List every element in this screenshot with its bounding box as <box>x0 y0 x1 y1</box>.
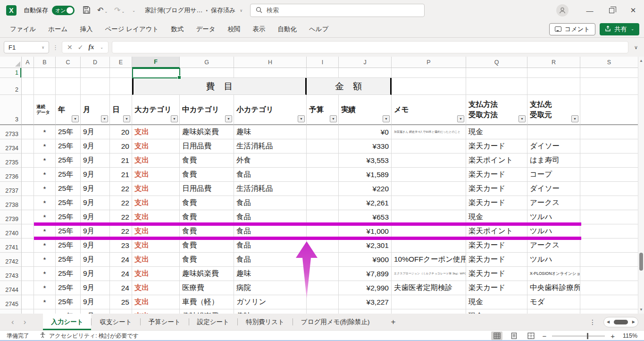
cell-series-flag[interactable]: * <box>34 267 56 281</box>
cell-empty[interactable] <box>22 78 34 95</box>
vertical-scrollbar[interactable]: ▲ ▼ <box>638 57 644 314</box>
cell-payee[interactable] <box>527 309 580 314</box>
customize-toolbar-icon[interactable]: ⌄ <box>132 9 135 13</box>
cell-mid[interactable]: 趣味娯楽費 <box>180 309 234 314</box>
cell-major[interactable]: 支出 <box>132 281 180 295</box>
cell-pay[interactable]: 楽天カード <box>466 267 527 281</box>
filter-dropdown-icon[interactable]: ▼ <box>123 115 130 122</box>
cell-day[interactable]: 20 <box>110 139 132 153</box>
sheet-tab-ブログ用メモ(削除禁止)[interactable]: ブログ用メモ(削除禁止) <box>293 314 378 330</box>
cell-major[interactable]: 支出 <box>132 253 180 267</box>
undo-icon[interactable]: ↶⌄ <box>97 7 108 14</box>
cell-empty[interactable] <box>22 68 34 78</box>
ribbon-tab-校閲[interactable]: 校閲 <box>222 25 247 34</box>
cell-major[interactable]: 支出 <box>132 196 180 210</box>
header-payment-method[interactable]: 支払方法 受取方法 ▼ <box>466 95 527 125</box>
cell-memo[interactable] <box>392 239 466 253</box>
cell-empty[interactable] <box>580 95 638 125</box>
cell-actual[interactable]: ¥330 <box>339 139 392 153</box>
cell-actual[interactable]: ¥220 <box>339 182 392 196</box>
cell-series-flag[interactable]: * <box>34 295 56 309</box>
cell-empty[interactable] <box>234 68 307 78</box>
cell-empty[interactable] <box>527 68 580 78</box>
cell-year[interactable]: 25年 <box>56 125 81 139</box>
cell-actual[interactable]: ¥2,990 <box>339 281 392 295</box>
cell-payee[interactable]: ツルハ <box>527 253 580 267</box>
sheet-nav-next-icon[interactable]: › <box>19 317 31 327</box>
cell-memo[interactable] <box>392 182 466 196</box>
close-button[interactable]: ✕ <box>622 0 644 21</box>
cell-day[interactable]: 21 <box>110 168 132 182</box>
ribbon-tab-ホーム[interactable]: ホーム <box>42 25 74 34</box>
cell-budget[interactable] <box>307 309 339 314</box>
page-break-view-icon[interactable] <box>525 332 536 340</box>
cell-minor[interactable]: 生活消耗品 <box>234 182 307 196</box>
column-header-J[interactable]: J <box>339 57 392 68</box>
cell-empty[interactable] <box>580 210 638 224</box>
cell-empty[interactable] <box>392 68 466 78</box>
document-title[interactable]: 家計簿(ブログ用サ… • 保存済み ∨ <box>145 6 243 15</box>
page-layout-view-icon[interactable] <box>508 332 519 340</box>
row-header[interactable]: 2733 <box>0 125 22 139</box>
header-renzoku-data[interactable]: 連続 データ <box>34 95 56 125</box>
cell-memo[interactable] <box>392 196 466 210</box>
cell-empty[interactable] <box>580 239 638 253</box>
cell-month[interactable]: 9月 <box>81 239 110 253</box>
filter-dropdown-icon[interactable]: ▼ <box>330 115 337 122</box>
row-header[interactable]: 3 <box>0 95 22 125</box>
cell-minor[interactable]: 食品 <box>234 196 307 210</box>
header-mid-category[interactable]: 中カテゴリ▼ <box>180 95 234 125</box>
cell-memo[interactable]: 夫歯医者定期検診 <box>392 281 466 295</box>
header-budget[interactable]: 予算▼ <box>307 95 339 125</box>
cell-month[interactable]: 9月 <box>81 153 110 168</box>
cell-actual[interactable]: ¥2,261 <box>339 196 392 210</box>
cell-month[interactable]: 9月 <box>81 281 110 295</box>
saved-status-chevron-icon[interactable]: ∨ <box>240 9 243 13</box>
row-header[interactable]: 2738 <box>0 196 22 210</box>
cell-month[interactable]: 9月 <box>81 196 110 210</box>
cell-major[interactable]: 支出 <box>132 295 180 309</box>
cell-empty[interactable] <box>180 68 234 78</box>
cell-actual[interactable]: ¥1,589 <box>339 168 392 182</box>
ribbon-tab-データ[interactable]: データ <box>190 25 221 34</box>
cell-day[interactable]: 20 <box>110 125 132 139</box>
sheet-tab-予算シート[interactable]: 予算シート <box>141 314 189 330</box>
row-header[interactable]: 2745 <box>0 295 22 309</box>
cell-pay[interactable]: 楽天カード <box>466 168 527 182</box>
cell-empty[interactable] <box>527 78 580 95</box>
cell-pay[interactable]: 現金 <box>466 309 527 314</box>
cell-memo[interactable] <box>392 168 466 182</box>
cell-mid[interactable]: 車費（軽） <box>180 295 234 309</box>
filter-dropdown-icon[interactable]: ▼ <box>101 115 108 122</box>
cell-series-flag[interactable]: * <box>34 125 56 139</box>
scroll-up-icon[interactable]: ▲ <box>638 59 644 63</box>
cell-empty[interactable] <box>56 78 81 95</box>
cell-empty[interactable] <box>580 78 638 95</box>
cell-empty[interactable] <box>580 196 638 210</box>
comments-button[interactable]: コメント <box>549 23 595 35</box>
confirm-entry-icon[interactable]: ✓ <box>78 43 84 51</box>
normal-view-icon[interactable] <box>491 332 502 340</box>
cell-day[interactable]: 22 <box>110 196 132 210</box>
scroll-right-icon[interactable]: ▶ <box>632 320 635 324</box>
cell-memo[interactable] <box>392 153 466 168</box>
cell-year[interactable]: 25年 <box>56 153 81 168</box>
cell-empty[interactable] <box>22 125 34 139</box>
insert-function-icon[interactable]: fx <box>88 43 94 51</box>
cell-series-flag[interactable]: * <box>34 309 56 314</box>
cell-year[interactable]: 25年 <box>56 139 81 153</box>
cell-series-flag[interactable]: * <box>34 153 56 168</box>
cell-memo[interactable] <box>392 139 466 153</box>
cell-mid[interactable]: 食費 <box>180 253 234 267</box>
filter-dropdown-icon[interactable]: ▼ <box>298 115 305 122</box>
sheet-nav-prev-icon[interactable]: ‹ <box>7 317 19 327</box>
cell-payee[interactable]: モダ <box>527 295 580 309</box>
column-header-F[interactable]: F <box>132 57 180 68</box>
cell-year[interactable]: 25年 <box>56 182 81 196</box>
filter-dropdown-icon[interactable]: ▼ <box>383 115 390 122</box>
zoom-in-button[interactable]: + <box>611 332 615 340</box>
filter-dropdown-icon[interactable]: ▼ <box>171 115 178 122</box>
cell-empty[interactable] <box>580 224 638 239</box>
cell-month[interactable]: 9月 <box>81 139 110 153</box>
cell-pay[interactable]: 楽天カード <box>466 281 527 295</box>
